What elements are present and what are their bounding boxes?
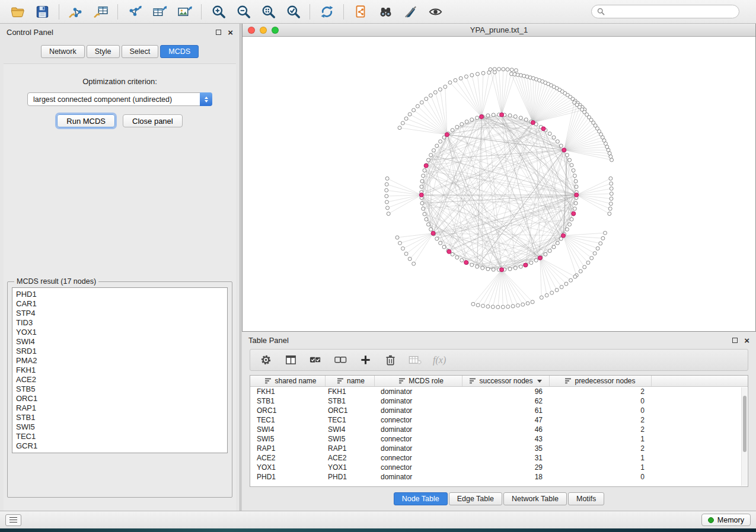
- graph-node[interactable]: [425, 97, 428, 101]
- graphics-details-button[interactable]: [399, 2, 422, 21]
- graph-hub-node[interactable]: [500, 268, 504, 272]
- table-row[interactable]: FKH1FKH1dominator962: [250, 387, 748, 396]
- mcds-result-item[interactable]: FKH1: [16, 366, 224, 375]
- graph-node[interactable]: [565, 227, 569, 231]
- graph-node[interactable]: [610, 182, 613, 185]
- graph-hub-node[interactable]: [541, 127, 546, 131]
- graph-node[interactable]: [496, 305, 500, 309]
- graph-node[interactable]: [426, 158, 430, 162]
- maximize-window-icon[interactable]: [272, 27, 279, 34]
- tab-edge-table[interactable]: Edge Table: [449, 492, 502, 505]
- graph-node[interactable]: [593, 252, 596, 255]
- graph-node[interactable]: [422, 174, 425, 178]
- graph-node[interactable]: [429, 153, 433, 157]
- graph-node[interactable]: [412, 108, 416, 112]
- graph-node[interactable]: [459, 76, 462, 80]
- export-table-button[interactable]: [148, 2, 171, 21]
- graph-node[interactable]: [508, 114, 512, 117]
- graph-node[interactable]: [395, 236, 399, 239]
- zoom-in-button[interactable]: [207, 2, 229, 21]
- graph-node[interactable]: [526, 302, 529, 305]
- graph-node[interactable]: [420, 201, 424, 205]
- close-panel-button[interactable]: Close panel: [123, 114, 183, 127]
- graph-hub-node[interactable]: [464, 261, 468, 265]
- mcds-result-item[interactable]: TID3: [16, 318, 224, 328]
- column-header-predecessor-nodes[interactable]: predecessor nodes: [550, 376, 652, 386]
- graph-node[interactable]: [432, 149, 435, 152]
- graph-node[interactable]: [385, 194, 388, 198]
- graph-node[interactable]: [426, 223, 430, 226]
- mcds-result-item[interactable]: GCR1: [16, 441, 224, 451]
- graph-node[interactable]: [574, 180, 578, 183]
- graph-node[interactable]: [385, 177, 389, 180]
- search-box[interactable]: [591, 5, 739, 18]
- graph-node[interactable]: [519, 116, 522, 120]
- graph-node[interactable]: [568, 223, 572, 226]
- graph-node[interactable]: [401, 121, 404, 125]
- graph-node[interactable]: [608, 152, 611, 155]
- close-window-icon[interactable]: [248, 27, 255, 34]
- graph-node[interactable]: [524, 118, 528, 121]
- graph-node[interactable]: [451, 252, 454, 256]
- mcds-result-item[interactable]: PMA2: [16, 356, 224, 366]
- close-panel-icon[interactable]: ×: [228, 28, 233, 37]
- graph-node[interactable]: [610, 187, 613, 190]
- graph-node[interactable]: [423, 212, 426, 216]
- graph-node[interactable]: [489, 68, 492, 71]
- graph-node[interactable]: [425, 217, 428, 221]
- graph-node[interactable]: [455, 125, 459, 129]
- graph-hub-node[interactable]: [531, 120, 535, 124]
- graph-node[interactable]: [398, 126, 401, 130]
- graph-node[interactable]: [609, 202, 613, 206]
- graph-node[interactable]: [548, 132, 551, 136]
- graph-node[interactable]: [454, 79, 457, 82]
- graph-node[interactable]: [565, 153, 569, 157]
- memory-button[interactable]: Memory: [701, 514, 751, 526]
- graph-node[interactable]: [420, 180, 424, 183]
- graph-node[interactable]: [516, 304, 519, 307]
- graph-node[interactable]: [423, 169, 426, 172]
- graph-node[interactable]: [610, 158, 614, 162]
- column-header-successor-nodes[interactable]: successor nodes: [462, 376, 550, 386]
- graph-node[interactable]: [435, 144, 439, 148]
- graph-node[interactable]: [470, 73, 474, 77]
- tab-select[interactable]: Select: [122, 45, 159, 58]
- table-scrollbar[interactable]: [741, 387, 747, 486]
- graph-node[interactable]: [438, 88, 442, 91]
- table-row[interactable]: RAP1RAP1dominator352: [250, 444, 748, 453]
- graph-node[interactable]: [513, 266, 517, 270]
- graph-node[interactable]: [451, 129, 454, 132]
- table-row[interactable]: PHD1PHD1dominator180: [250, 472, 748, 482]
- run-mcds-button[interactable]: Run MCDS: [57, 114, 115, 127]
- column-header-shared-name[interactable]: shared name: [250, 376, 326, 386]
- search-input[interactable]: [608, 8, 733, 16]
- graph-node[interactable]: [492, 268, 495, 271]
- graph-hub-node[interactable]: [424, 164, 428, 168]
- column-header-name[interactable]: name: [326, 376, 375, 386]
- mcds-result-item[interactable]: STB1: [16, 413, 224, 422]
- minimize-window-icon[interactable]: [260, 27, 267, 34]
- graph-node[interactable]: [464, 75, 468, 78]
- graph-node[interactable]: [583, 265, 586, 269]
- function-builder-button[interactable]: f(x): [430, 355, 448, 366]
- graph-node[interactable]: [465, 120, 468, 123]
- table-row[interactable]: STB1STB1dominator620: [250, 396, 748, 406]
- table-row[interactable]: ACE2ACE2connector311: [250, 453, 748, 463]
- graph-node[interactable]: [519, 265, 522, 268]
- table-settings-button[interactable]: [256, 351, 275, 369]
- graph-node[interactable]: [564, 282, 568, 286]
- network-canvas[interactable]: [243, 37, 755, 331]
- graph-hub-node[interactable]: [524, 263, 528, 267]
- graph-hub-node[interactable]: [561, 233, 565, 238]
- graph-node[interactable]: [511, 305, 515, 308]
- graph-node[interactable]: [552, 245, 556, 249]
- mcds-result-item[interactable]: RAP1: [16, 403, 224, 413]
- graph-hub-node[interactable]: [431, 231, 435, 235]
- graph-node[interactable]: [385, 200, 388, 204]
- select-all-button[interactable]: [306, 351, 325, 369]
- export-network-button[interactable]: [123, 2, 146, 21]
- graph-node[interactable]: [448, 81, 452, 84]
- zoom-out-button[interactable]: [232, 2, 254, 21]
- graph-node[interactable]: [610, 197, 613, 200]
- deselect-all-button[interactable]: [331, 351, 350, 369]
